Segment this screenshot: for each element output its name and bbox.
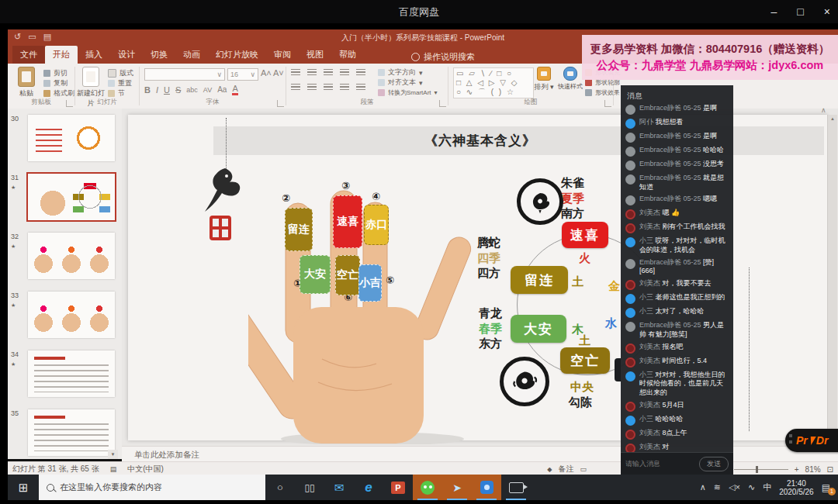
ribbon-tab[interactable]: 动画	[175, 46, 208, 64]
line-spacing-icon[interactable]	[356, 69, 365, 76]
ime-indicator[interactable]: 中	[763, 482, 771, 493]
ribbon-tab[interactable]: 切换	[143, 46, 175, 64]
language-indicator[interactable]: 中文(中国)	[127, 464, 164, 475]
align-left-icon[interactable]	[291, 84, 300, 91]
notes-placeholder[interactable]: 单击此处添加备注	[134, 450, 199, 461]
clock[interactable]: 21:402020/5/26	[779, 479, 814, 496]
slide-thumbnail[interactable]: 35	[8, 409, 117, 456]
fit-to-window-icon[interactable]: ⊡	[827, 465, 833, 474]
chat-input-bar[interactable]: 请输入消息 发送	[621, 452, 733, 475]
task-view-button[interactable]: ▯▯	[295, 475, 324, 500]
chat-input[interactable]: 请输入消息	[625, 459, 696, 469]
grow-font-button[interactable]: A˄	[261, 68, 271, 81]
copy-button[interactable]: 复制	[43, 78, 74, 88]
slide-thumbnail-image[interactable]	[28, 350, 115, 397]
italic-button[interactable]: I	[156, 85, 158, 95]
slide-thumbnail-image[interactable]	[28, 292, 115, 338]
powerpoint-app-icon[interactable]: P	[383, 475, 413, 500]
zoom-in-button[interactable]: +	[795, 465, 799, 474]
align-center-icon[interactable]	[307, 84, 317, 91]
maximize-button[interactable]: □	[797, 5, 803, 18]
font-dialog-launcher[interactable]	[277, 100, 284, 107]
char-spacing-button[interactable]: AV	[203, 86, 212, 94]
arrange-button[interactable]: 排列 ▾	[532, 67, 556, 92]
paste-button[interactable]: 粘贴	[11, 67, 42, 98]
slide-scrollbar[interactable]: ▲	[827, 115, 837, 440]
shapes-gallery[interactable]: ▭ ▱ ∖ ∕ □ ○□ △ ◁ ▷ ▽ ◇○ ∿ ⌒ ( ) ☆	[453, 67, 534, 98]
font-color-button[interactable]: A	[232, 84, 237, 95]
zoom-slider[interactable]	[734, 469, 788, 470]
justify-icon[interactable]	[340, 84, 349, 91]
close-button[interactable]: ×	[824, 5, 830, 18]
network-icon[interactable]: ≋	[714, 482, 721, 492]
indent-decrease-icon[interactable]	[324, 69, 333, 76]
cortana-button[interactable]: ○	[265, 475, 295, 500]
underline-button[interactable]: U	[164, 85, 170, 95]
wechat-app-icon[interactable]	[413, 475, 442, 500]
send-button[interactable]: 发送	[699, 457, 729, 471]
shadow-button[interactable]: abc	[186, 86, 198, 94]
mail-app-icon[interactable]: ✉	[324, 475, 354, 500]
slide-thumbnail-image[interactable]	[28, 115, 115, 161]
scroll-up-icon[interactable]: ▲	[828, 116, 837, 121]
slide-thumbnail-image[interactable]	[28, 409, 115, 456]
slide-thumbnail[interactable]: 34★	[8, 350, 117, 397]
shrink-font-button[interactable]: A˅	[273, 68, 283, 81]
ribbon-tab[interactable]: 文件	[12, 46, 45, 64]
indent-increase-icon[interactable]	[340, 69, 349, 76]
zoom-level[interactable]: 81%	[805, 465, 821, 474]
strikethrough-button[interactable]: S	[175, 85, 181, 95]
zoom-slider-thumb[interactable]	[756, 466, 758, 473]
align-right-icon[interactable]	[324, 84, 333, 91]
taskbar-search[interactable]: 在这里输入你要搜索的内容	[39, 475, 265, 500]
clipboard-dialog-launcher[interactable]	[66, 100, 73, 107]
slide-thumbnail[interactable]: 32★	[8, 233, 117, 279]
ribbon-collapse-icon[interactable]: ∧	[821, 106, 826, 114]
paragraph-dialog-launcher[interactable]	[439, 100, 446, 107]
chat-message-list[interactable]: Embrace静爸 05-25 是啊 阿仆 我想想看 Embrace静爸 05-…	[621, 104, 733, 453]
browser-app-icon[interactable]: ➤	[442, 475, 472, 500]
video-player-content[interactable]: ↺ ▭ ▤ 入门（半小时）系列易学技能课程 - PowerPoint 文件 开始…	[8, 29, 838, 500]
chat-collapse-handle[interactable]	[615, 358, 621, 381]
recorder-app-icon[interactable]	[501, 475, 531, 500]
ribbon-tab[interactable]: 视图	[299, 46, 331, 64]
start-button[interactable]: ⊞	[8, 481, 39, 495]
slide-thumbnail[interactable]: 30	[8, 115, 117, 161]
align-text-button[interactable]: 对齐文本 ▾	[378, 78, 438, 88]
shape-effects-button[interactable]: 形状效果	[585, 88, 620, 98]
tray-expand-icon[interactable]: ∧	[700, 482, 706, 492]
chat-panel[interactable]: 消息 Embrace静爸 05-25 是啊 阿仆 我想想看 Embrace静爸 …	[621, 85, 733, 475]
ribbon-tab[interactable]: 开始	[45, 46, 78, 64]
notes-toggle[interactable]: 备注	[558, 464, 573, 475]
comments-icon[interactable]: ▭	[580, 465, 587, 473]
slide-thumbnail-image[interactable]	[28, 174, 115, 220]
text-direction-button[interactable]: 文字方向 ▾	[378, 67, 438, 78]
smartart-button[interactable]: 转换为SmartArt ▾	[378, 88, 438, 98]
ribbon-tab[interactable]: 幻灯片放映	[208, 46, 266, 64]
spellcheck-icon[interactable]: ▤	[110, 465, 117, 473]
bullets-icon[interactable]	[291, 69, 300, 76]
volume-muted-icon[interactable]: ◁×	[729, 482, 740, 492]
bold-button[interactable]: B	[144, 85, 151, 95]
change-case-button[interactable]: Aa	[217, 85, 227, 94]
columns-icon[interactable]	[356, 84, 365, 91]
drawing-dialog-launcher[interactable]	[604, 100, 611, 107]
ribbon-tab[interactable]: 审阅	[266, 46, 299, 64]
slide-thumbnail[interactable]: 33★	[8, 292, 117, 338]
edge-app-icon[interactable]: e	[354, 475, 383, 500]
font-name-combo[interactable]: ∨	[144, 68, 225, 81]
slide-thumbnail-image[interactable]	[28, 233, 115, 279]
quick-styles-button[interactable]: 快速样式	[557, 67, 583, 91]
slide-thumbnail[interactable]: 31★	[8, 174, 117, 220]
meeting-app-icon[interactable]	[472, 475, 501, 500]
reset-button[interactable]: 重置	[108, 78, 133, 88]
layout-button[interactable]: 版式	[108, 68, 133, 78]
notes-collapse-button[interactable]: ▾	[108, 450, 118, 459]
font-size-combo[interactable]: 16∨	[227, 68, 258, 81]
ribbon-tab[interactable]: 设计	[110, 46, 143, 64]
slide-thumbnail-panel[interactable]: 30 31★ 32★ 33★ 3	[8, 109, 123, 459]
cut-button[interactable]: 剪切	[43, 68, 74, 78]
pen-icon[interactable]: ∿	[748, 482, 755, 492]
ribbon-tab[interactable]: 插入	[78, 46, 110, 64]
numbering-icon[interactable]	[307, 69, 317, 76]
